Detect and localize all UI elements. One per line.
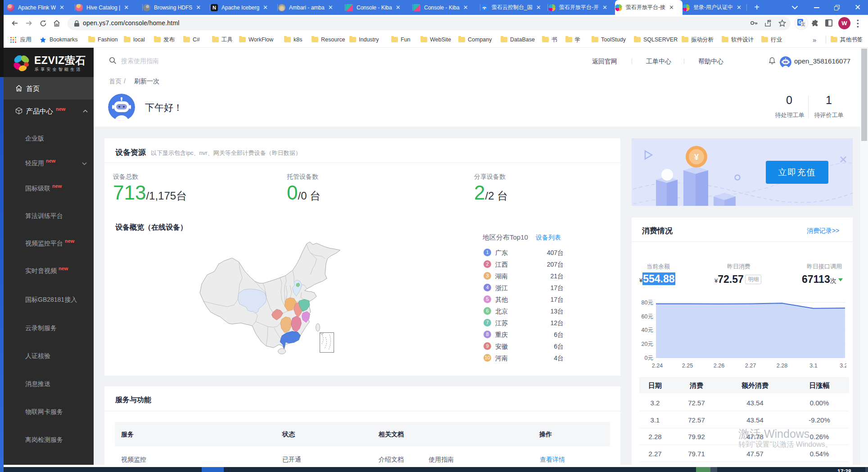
svg-text:2.25: 2.25	[682, 363, 693, 369]
svg-text:3.2: 3.2	[840, 363, 846, 369]
svg-text:60元: 60元	[642, 313, 653, 320]
svg-text:0元: 0元	[645, 355, 653, 361]
svg-text:40元: 40元	[642, 327, 653, 333]
svg-text:2.24: 2.24	[652, 363, 663, 369]
svg-text:20元: 20元	[642, 341, 653, 347]
svg-text:¥: ¥	[694, 153, 699, 162]
svg-text:80元: 80元	[642, 300, 653, 306]
svg-text:2.27: 2.27	[745, 363, 756, 369]
svg-text:2.26: 2.26	[714, 363, 724, 369]
svg-text:2.28: 2.28	[777, 363, 787, 369]
svg-text:3.1: 3.1	[809, 363, 817, 369]
